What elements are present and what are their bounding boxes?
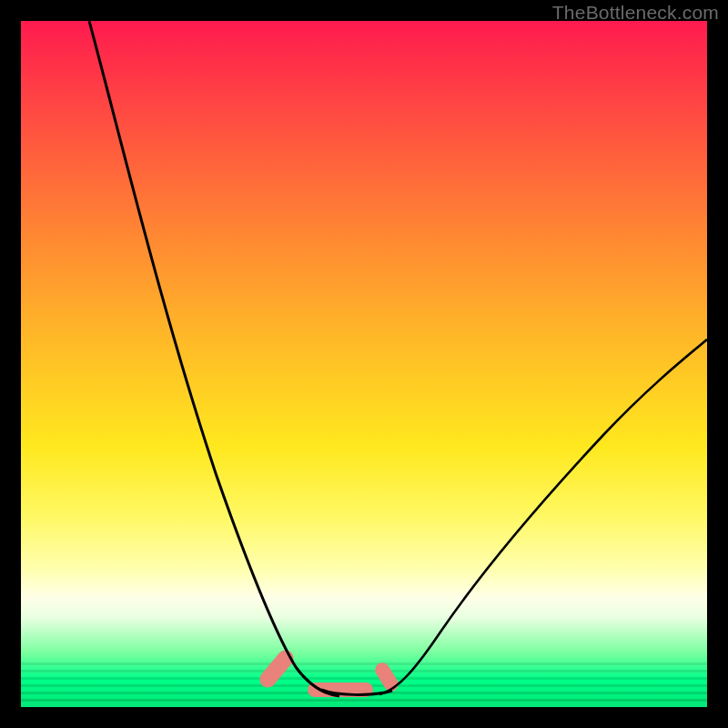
chart-frame <box>21 21 707 707</box>
watermark-text: TheBottleneck.com <box>552 2 719 24</box>
gradient-background <box>21 21 707 707</box>
stripe <box>21 699 707 702</box>
stripe <box>21 677 707 680</box>
marker-bottom <box>308 682 373 697</box>
stripe <box>21 670 707 672</box>
stripe <box>21 662 707 665</box>
